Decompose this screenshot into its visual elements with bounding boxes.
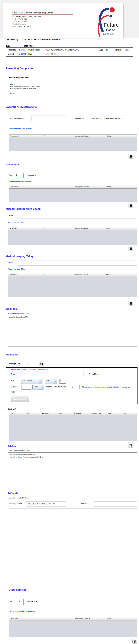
drug-input[interactable]	[21, 372, 84, 377]
other-services-input[interactable]	[44, 598, 137, 605]
column-header: Qty	[123, 412, 137, 415]
procedures-delete-button[interactable]: ↻	[128, 203, 133, 208]
advice-textarea[interactable]: continue current mgt, extend sick leave …	[8, 452, 137, 486]
prescription-form-page: Future Care by Future Holdings (Pty) Lim…	[0, 0, 139, 644]
uss-input[interactable]	[17, 213, 137, 218]
frequency-dropdown[interactable]: OD ▼	[45, 379, 57, 384]
section-heading-presenting-complaints: Presenting Complaints	[6, 67, 33, 70]
company-by: by	[24, 12, 26, 14]
meal-dropdown-value: Before Meal	[21, 379, 39, 384]
diagnosis-textarea[interactable]: improving; Sepsis focus RTI	[8, 315, 137, 347]
column-header: Department	[9, 135, 43, 138]
duration-unit-dropdown[interactable]: Day/s ▼	[32, 384, 44, 390]
column-header: Note	[107, 412, 123, 415]
address-line: Company No.8417652-2	[12, 25, 73, 28]
column-header: ID	[43, 135, 74, 138]
column-header: ID	[42, 227, 73, 230]
column-header: Department	[9, 617, 43, 620]
separator: :	[19, 53, 20, 55]
other-qty-input[interactable]: 1	[15, 598, 24, 605]
procedures-qty-label: Qty :	[9, 174, 13, 176]
total-label: Total	[11, 391, 14, 393]
special-notes-input[interactable]	[105, 372, 130, 377]
patient-name-label: Patient Name	[28, 49, 40, 51]
separator: :	[44, 49, 44, 51]
section-heading-procedures: Procedures	[6, 163, 20, 166]
recommended-xrays-link[interactable]: Recommended X-Rays	[8, 268, 26, 270]
section-heading-refferals: Refferals	[8, 492, 18, 495]
per-meal-input[interactable]: 1	[71, 385, 80, 389]
reffered-by-value: ORITSETSETOS RAPHAEL PINNICK	[92, 118, 122, 120]
column-header: Drug ID	[9, 412, 26, 415]
refferals-sublabel: Select the needed Refferal	[9, 497, 29, 499]
xrays-label: X-Rays :	[8, 262, 14, 264]
complaints-sublabel: Enter Complaints Here	[9, 76, 29, 78]
recommended-uss-link[interactable]: Recommended USS	[8, 222, 24, 223]
xray-delete-button[interactable]: ↻	[128, 301, 133, 306]
lab-investigation-label: Lab Investingation :	[9, 118, 24, 120]
fraction-note: Please add as decimal numbers when addin…	[82, 386, 137, 388]
letterhead-card: Future Care by Future Holdings (Pty) Lim…	[3, 4, 124, 38]
drug-list-table-header: Drug ID Drug Fequency Way Duration Durat…	[9, 412, 137, 416]
duration-input[interactable]	[22, 385, 31, 390]
section-heading-other-services: Other Services	[8, 588, 26, 592]
drug-prompt-text: Please select the Drug from Drug suggess…	[11, 368, 48, 370]
visit-id-label: Visit ID	[8, 53, 14, 55]
column-header: ID	[43, 617, 74, 620]
per-meal-label: Drugs/Tablets per meal :	[46, 386, 66, 388]
advice-delete-button[interactable]	[128, 442, 133, 448]
separator: :	[103, 373, 104, 375]
visit-date-label: Date	[28, 53, 32, 55]
complaints-textarea[interactable]: pt seen FBC showed neutrophilia 82.6, ot…	[9, 82, 137, 101]
drug-list-table-body	[9, 416, 137, 441]
lab-delete-button[interactable]: ↻	[128, 154, 133, 159]
trash-outline-icon	[129, 444, 132, 447]
gender-value: : Male	[124, 49, 129, 51]
reffering-doctor-input[interactable]: ORITSETSETOS RAPHAEL PINNICK	[26, 501, 66, 507]
column-header: Investigation/Service	[74, 185, 106, 188]
company-prefix: Future Care	[12, 12, 23, 14]
address-line: T: +24 84 225 252	[12, 20, 73, 23]
refferal-listbox[interactable]	[9, 508, 137, 580]
consult-date-label: Date	[6, 45, 22, 47]
recommended-lab-testings-link[interactable]: Recommended Lab Testings	[9, 127, 32, 129]
logo-tagline: Body Mind Soul	[102, 33, 115, 35]
recommended-other-services-link[interactable]: Recommended Other Services	[10, 610, 35, 612]
address-line: E: jude@future.sc	[12, 23, 73, 25]
patient-id-label: Patient ID	[8, 49, 16, 51]
procedures-input[interactable]	[42, 173, 137, 178]
xrays-input[interactable]	[18, 260, 137, 266]
prescription-refresh-button[interactable]	[39, 361, 44, 366]
drug-label: Drug	[11, 373, 15, 375]
column-header: Status	[106, 135, 137, 138]
column-header: Duration	[74, 412, 91, 415]
column-header: Investigation/Service	[73, 273, 105, 276]
separator: :	[20, 373, 20, 375]
column-header: Duration Type	[91, 412, 107, 415]
way-qty-input[interactable]: 1	[60, 379, 66, 384]
lab-table-header: Department ID Investigation/Service Stat…	[9, 134, 137, 138]
column-header: Way	[58, 412, 74, 415]
uss-delete-button[interactable]: ↻	[128, 246, 133, 251]
other-qty-label: Qty :	[9, 600, 13, 602]
consultant-input[interactable]	[94, 501, 137, 507]
add-drug-button[interactable]: Add Drug	[11, 396, 29, 402]
svg-text:↻: ↻	[130, 205, 132, 206]
meal-dropdown[interactable]: Before Meal ▼	[21, 379, 42, 384]
visit-date-value: : 2024-09-24	[46, 53, 56, 55]
xray-table-body	[8, 277, 137, 297]
other-services-delete-button[interactable]: ↻	[132, 639, 137, 644]
recommended-procedures-link[interactable]: Recommended Procedures	[9, 181, 31, 182]
lab-investigation-input[interactable]	[32, 116, 66, 121]
separator: :	[20, 391, 20, 393]
procedures-table-header: Department ID Investigation/Service Stat…	[9, 185, 137, 188]
chevron-down-icon: ▼	[54, 379, 57, 384]
uss-label: USS :	[9, 214, 14, 217]
trash-icon: ↻	[130, 154, 132, 158]
column-header: Drug	[26, 412, 42, 415]
duration-unit-value: Day/s	[32, 385, 41, 390]
procedures-qty-input[interactable]: 1	[15, 173, 24, 178]
procedures-label: Procedures :	[26, 174, 37, 176]
chevron-down-icon: ▼	[39, 379, 42, 384]
prescription-id-input[interactable]: 4764	[25, 362, 38, 366]
